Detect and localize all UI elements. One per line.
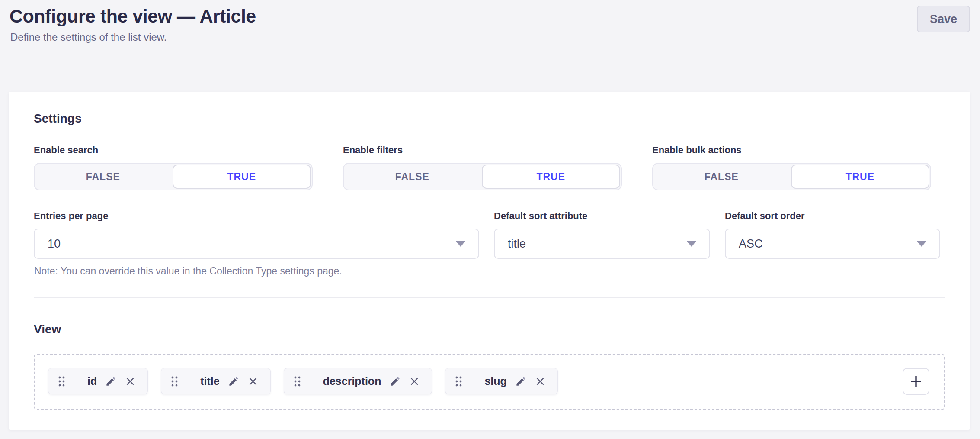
remove-x-icon[interactable] (125, 376, 135, 387)
chips-row: id title (48, 368, 558, 394)
default-sort-order-label: Default sort order (725, 210, 940, 222)
enable-bulk-actions-true-option[interactable]: TRUE (791, 165, 930, 189)
field-enable-filters: Enable filters FALSE TRUE (343, 145, 622, 190)
field-default-sort-order: Default sort order ASC (725, 210, 940, 277)
save-button[interactable]: Save (917, 6, 970, 32)
enable-search-true-option[interactable]: TRUE (173, 165, 311, 189)
drag-handle-icon[interactable] (161, 368, 188, 394)
caret-down-icon (456, 241, 465, 247)
view-field-chip-id[interactable]: id (48, 368, 148, 394)
edit-pencil-icon[interactable] (228, 375, 240, 387)
default-sort-attribute-value: title (508, 237, 526, 251)
remove-x-icon[interactable] (535, 376, 545, 387)
enable-bulk-actions-label: Enable bulk actions (652, 145, 931, 156)
edit-pencil-icon[interactable] (105, 375, 117, 387)
plus-icon (910, 375, 922, 388)
default-sort-order-select[interactable]: ASC (725, 229, 940, 259)
entries-per-page-value: 10 (48, 237, 61, 251)
view-section-heading: View (34, 323, 945, 336)
entries-per-page-label: Entries per page (34, 210, 479, 222)
drag-handle-icon[interactable] (284, 368, 311, 394)
configure-view-page: Configure the view — Article Define the … (0, 0, 980, 439)
chip-label: description (323, 375, 381, 387)
drag-handle-icon[interactable] (48, 368, 75, 394)
view-fields-drop-zone[interactable]: id title (34, 354, 945, 410)
enable-search-false-option[interactable]: FALSE (35, 164, 172, 190)
chip-label: title (200, 375, 219, 387)
enable-search-toggle[interactable]: FALSE TRUE (34, 163, 313, 190)
enable-filters-true-option[interactable]: TRUE (482, 165, 621, 189)
enable-bulk-actions-false-option[interactable]: FALSE (653, 164, 790, 190)
page-title: Configure the view — Article (10, 4, 970, 27)
page-subtitle: Define the settings of the list view. (10, 31, 970, 43)
entries-per-page-note: Note: You can override this value in the… (34, 265, 479, 277)
remove-x-icon[interactable] (409, 376, 420, 387)
edit-pencil-icon[interactable] (515, 375, 527, 387)
selects-row: Entries per page 10 Note: You can overri… (34, 210, 945, 277)
settings-card: Settings Enable search FALSE TRUE Enable… (9, 92, 970, 430)
caret-down-icon (917, 241, 926, 247)
enable-filters-label: Enable filters (343, 145, 622, 156)
field-enable-bulk-actions: Enable bulk actions FALSE TRUE (652, 145, 931, 190)
view-field-chip-title[interactable]: title (161, 368, 270, 394)
settings-section-heading: Settings (34, 112, 945, 126)
default-sort-order-value: ASC (739, 237, 763, 251)
view-field-chip-description[interactable]: description (284, 368, 432, 394)
enable-bulk-actions-toggle[interactable]: FALSE TRUE (652, 163, 931, 190)
enable-filters-toggle[interactable]: FALSE TRUE (343, 163, 622, 190)
page-header: Configure the view — Article Define the … (0, 0, 980, 92)
caret-down-icon (687, 241, 696, 247)
default-sort-attribute-label: Default sort attribute (494, 210, 710, 222)
field-entries-per-page: Entries per page 10 Note: You can overri… (34, 210, 479, 277)
add-field-button[interactable] (903, 368, 929, 395)
enable-filters-false-option[interactable]: FALSE (344, 164, 481, 190)
toggles-row: Enable search FALSE TRUE Enable filters … (34, 145, 945, 190)
field-enable-search: Enable search FALSE TRUE (34, 145, 313, 190)
field-default-sort-attribute: Default sort attribute title (494, 210, 710, 277)
enable-search-label: Enable search (34, 145, 313, 156)
drag-handle-icon[interactable] (445, 368, 472, 394)
view-field-chip-slug[interactable]: slug (445, 368, 557, 394)
section-divider (34, 297, 945, 298)
chip-label: id (87, 375, 97, 387)
entries-per-page-select[interactable]: 10 (34, 229, 479, 259)
default-sort-attribute-select[interactable]: title (494, 229, 710, 259)
chip-label: slug (484, 375, 506, 387)
remove-x-icon[interactable] (248, 376, 258, 387)
edit-pencil-icon[interactable] (389, 375, 401, 387)
